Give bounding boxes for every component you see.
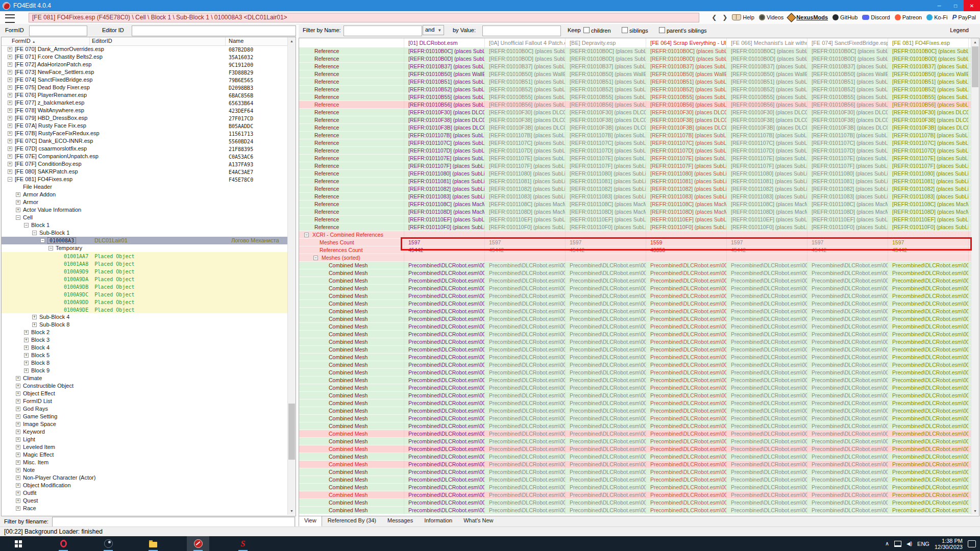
clock[interactable]: 1:38 PM 12/30/2023 (935, 538, 963, 550)
toolbar-link-nexusmods[interactable]: NexusMods (788, 14, 828, 21)
table-row[interactable]: Combined MeshPrecombined\DLCRobot.esm\00… (299, 484, 971, 491)
tree-row-selected[interactable]: −010008A3DLC01Lair01Логово Механиста (2, 237, 287, 244)
table-row[interactable]: Combined MeshPrecombined\DLCRobot.esm\00… (299, 269, 971, 277)
taskbar-script-app[interactable]: S (232, 536, 254, 551)
tree-row[interactable]: +[FE 071] F.core Chastity Belts2.esp35A1… (2, 53, 287, 61)
tab-information[interactable]: Information (419, 516, 458, 527)
tree-row[interactable]: +Sub-Block 4 (2, 313, 287, 321)
collapse-icon[interactable]: − (32, 231, 37, 235)
expand-icon[interactable]: + (32, 315, 37, 319)
column-header-1[interactable]: [0A] Unofficial Fallout 4 Patch.esp (484, 38, 565, 47)
table-row[interactable]: Combined MeshPrecombined\DLCRobot.esm\00… (299, 315, 971, 323)
tree-row[interactable]: 01001AA7 Placed Object (2, 252, 287, 260)
tree-row[interactable]: +[FE 07A] Rusty Face Fix.espB05AADDC (2, 122, 287, 130)
table-row[interactable]: Combined MeshPrecombined\DLCRobot.esm\00… (299, 346, 971, 354)
expand-icon[interactable]: + (8, 70, 12, 74)
tree-row[interactable]: −Temporary (2, 244, 287, 252)
expand-icon[interactable]: + (8, 55, 12, 59)
tree-row[interactable]: +Armor (2, 198, 287, 206)
expand-icon[interactable]: + (16, 491, 20, 495)
table-row[interactable]: Combined MeshPrecombined\DLCRobot.esm\00… (299, 491, 971, 499)
toolbar-link-discord[interactable]: Discord (862, 14, 890, 20)
table-row[interactable]: Reference[REFR:01010B51] (places SubLigh… (299, 78, 971, 86)
table-row[interactable]: Combined MeshPrecombined\DLCRobot.esm\00… (299, 369, 971, 377)
tree-row[interactable]: +Object Effect (2, 390, 287, 397)
tree-row[interactable]: 0100A9D9 Placed Object (2, 267, 287, 275)
tree-row[interactable]: 01001AA8 Placed Object (2, 260, 287, 267)
expand-icon[interactable]: + (16, 445, 20, 449)
tree-header-editorid[interactable]: EditorID (92, 38, 112, 44)
tree-row[interactable]: +Image Space (2, 420, 287, 428)
tree-row[interactable]: +[FE 07B] RustyFaceFixRedux.esp11561713 (2, 130, 287, 137)
collapse-icon[interactable]: − (40, 238, 45, 243)
table-row[interactable]: Reference[REFR:01010B50] (places WallEm.… (299, 70, 971, 78)
table-row[interactable]: Combined MeshPrecombined\DLCRobot.esm\00… (299, 415, 971, 422)
table-row[interactable]: Combined MeshPrecombined\DLCRobot.esm\00… (299, 468, 971, 476)
table-row[interactable]: Reference[REFR:01010B37] (places SubLigh… (299, 63, 971, 70)
tree-row[interactable]: −Block 1 (2, 221, 287, 229)
expand-icon[interactable]: + (16, 192, 20, 197)
tree-row[interactable]: 0100A9DB Placed Object (2, 283, 287, 290)
table-row[interactable]: Reference[REFR:0101108C] (places MacMe..… (299, 201, 971, 208)
table-row[interactable]: Reference[REFR:01010B0C] (places SubLig.… (299, 47, 971, 55)
tree-row[interactable]: +Block 9 (2, 367, 287, 374)
tree-row[interactable]: +Sub-Block 8 (2, 321, 287, 329)
tree-row[interactable]: +[FE 080] SAKRPatch.espE4AC3AE7 (2, 168, 287, 176)
tree-row[interactable]: +Climate (2, 374, 287, 382)
tree-row[interactable]: 0100A9DA Placed Object (2, 275, 287, 283)
table-row[interactable]: Combined MeshPrecombined\DLCRobot.esm\00… (299, 438, 971, 445)
taskbar-opera[interactable] (52, 536, 75, 551)
table-row[interactable]: Combined MeshPrecombined\DLCRobot.esm\00… (299, 308, 971, 315)
expand-icon[interactable]: + (8, 123, 12, 128)
tree-row[interactable]: +[FE 078] WaitAnywhere.esp423DEF64 (2, 107, 287, 114)
tree-row[interactable]: 0100A9DD Placed Object (2, 298, 287, 306)
tree-row[interactable]: +Leveled Item (2, 443, 287, 451)
collapse-icon[interactable]: − (48, 246, 53, 251)
collapse-icon[interactable]: − (313, 256, 318, 260)
table-row[interactable]: Reference[REFR:0101107B] (places SubLigh… (299, 132, 971, 139)
tab-referenced-by-34-[interactable]: Referenced By (34) (322, 516, 382, 527)
tree-row[interactable]: +[FE 075] Dead Body Fixer.espD2098BB3 (2, 84, 287, 91)
tree-row[interactable]: +Block 3 (2, 336, 287, 344)
tree-row[interactable]: −[FE 081] FO4Fixes.espF45E78C0 (2, 176, 287, 183)
legend-button[interactable]: Legend (950, 27, 969, 33)
table-row[interactable]: Meshes Count1597159715971559159715971597 (299, 239, 971, 246)
tree-row[interactable]: +[FE 070] Dank_ArmorOverrides.esp087B2D8… (2, 45, 287, 53)
table-row[interactable]: Reference[REFR:0101107E] (places SubLigh… (299, 155, 971, 162)
tree-row[interactable]: +Object Modification (2, 482, 287, 489)
expand-icon[interactable]: + (8, 162, 12, 166)
expand-icon[interactable]: + (16, 475, 20, 480)
column-header-5[interactable]: [FE 074] SanctFixedBridge.esp (807, 38, 888, 47)
tree-header-name[interactable]: Name (229, 38, 243, 44)
expand-icon[interactable]: + (16, 414, 20, 419)
table-row[interactable]: References Count454424544245442433564544… (299, 246, 971, 254)
toolbar-link-patreon[interactable]: Patreon (895, 14, 922, 20)
table-row[interactable]: Combined MeshPrecombined\DLCRobot.esm\00… (299, 499, 971, 507)
tray-expand-icon[interactable]: ∧ (885, 540, 889, 547)
table-row[interactable]: Reference[REFR:0101108D] (places MacMe..… (299, 208, 971, 216)
language-indicator[interactable]: ENG (917, 541, 929, 547)
expand-icon[interactable]: + (16, 453, 20, 457)
tree-row[interactable]: +Block 4 (2, 344, 287, 352)
table-row[interactable]: Combined MeshPrecombined\DLCRobot.esm\00… (299, 331, 971, 338)
table-row[interactable]: Reference[REFR:01011080] (places SubLigh… (299, 170, 971, 178)
column-header-4[interactable]: [FE 066] Mechanist's Lair without robobr… (726, 38, 807, 47)
table-row[interactable]: Combined MeshPrecombined\DLCRobot.esm\00… (299, 507, 971, 514)
expand-icon[interactable]: + (16, 208, 20, 212)
expand-icon[interactable]: + (16, 200, 20, 205)
table-row[interactable]: Reference[REFR:010110EF] (places SubLigh… (299, 216, 971, 223)
column-header-6[interactable]: [FE 081] FO4Fixes.esp (888, 38, 968, 47)
start-button[interactable] (7, 536, 30, 551)
maximize-button[interactable]: □ (947, 0, 964, 11)
tree-row[interactable]: 0100A9DE Placed Object (2, 306, 287, 313)
tree-scrollbar[interactable]: ▲ ▼ (287, 37, 296, 515)
table-row[interactable]: Reference[REFR:010110F0] (places SubLigh… (299, 223, 971, 231)
tree-row[interactable]: +Quest (2, 497, 287, 505)
table-row[interactable]: Combined MeshPrecombined\DLCRobot.esm\00… (299, 392, 971, 399)
tree-row[interactable]: +[FE 076] PlayerRenamer.esp6BAC856B (2, 91, 287, 99)
expand-icon[interactable]: + (8, 62, 12, 67)
tree-row[interactable]: +Magic Effect (2, 451, 287, 459)
tree-row[interactable]: +[FE 077] z_balckmarket.esp65633B64 (2, 99, 287, 107)
tree-row[interactable]: +FormID List (2, 397, 287, 405)
keep-children-checkbox[interactable]: children (583, 27, 611, 34)
